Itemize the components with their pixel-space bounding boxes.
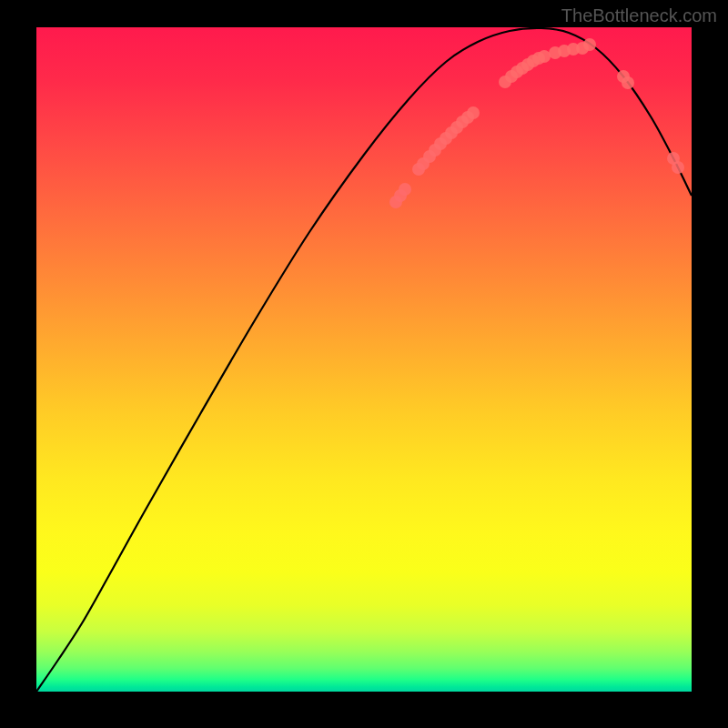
scatter-point <box>467 106 480 119</box>
watermark-text: TheBottleneck.com <box>561 5 717 26</box>
chart-svg-layer <box>36 27 692 692</box>
scatter-points <box>389 38 684 208</box>
chart-plot-area <box>36 27 692 692</box>
scatter-point <box>399 183 411 196</box>
scatter-point <box>538 50 551 63</box>
bottleneck-curve <box>36 28 692 692</box>
scatter-point <box>622 76 634 89</box>
scatter-point <box>672 161 684 174</box>
scatter-point <box>583 38 596 51</box>
